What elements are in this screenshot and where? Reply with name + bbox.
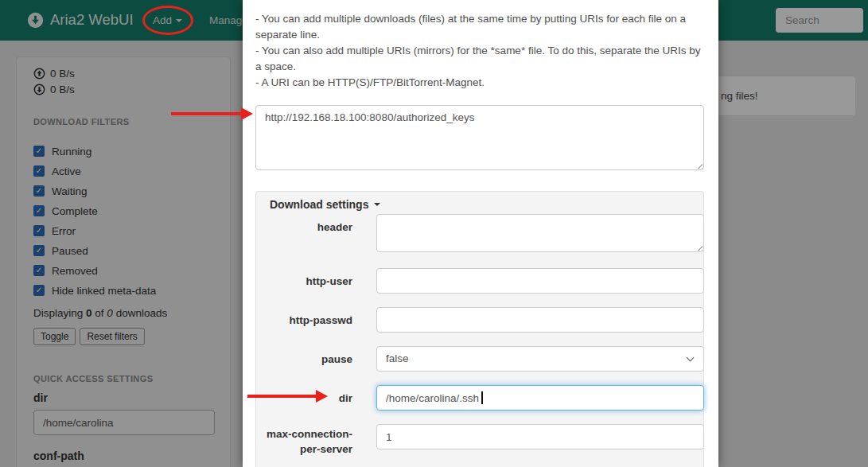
help-line: - You can also add multiple URIs (mirror… xyxy=(255,43,706,75)
annotation-arrow-dir xyxy=(247,395,316,398)
field-row-header: header xyxy=(256,214,705,252)
field-input-pause[interactable]: false xyxy=(376,346,704,372)
field-input-http-user[interactable] xyxy=(376,268,704,294)
field-label-http-passwd: http-passwd xyxy=(261,313,352,328)
field-row-http-user: http-user xyxy=(256,268,705,294)
annotation-arrowhead-uri xyxy=(241,107,253,120)
field-label-http-user: http-user xyxy=(261,274,352,289)
uri-help-text: - You can add multiple downloads (files)… xyxy=(255,11,706,91)
field-label-max-connection-per-server: max-connection-per-server xyxy=(261,426,352,457)
text-cursor xyxy=(481,391,483,404)
chevron-down-icon xyxy=(687,354,695,362)
field-input-header[interactable] xyxy=(376,214,704,252)
help-line: - A URI can be HTTP(S)/FTP/BitTorrent-Ma… xyxy=(255,75,706,91)
aria2-webui-screen: Aria2 WebUI Add Manage 0 B/s xyxy=(0,0,868,467)
selected-option: false xyxy=(386,352,409,364)
help-line: - You can add multiple downloads (files)… xyxy=(255,11,706,43)
annotation-ellipse-add xyxy=(142,6,193,35)
field-label-dir: dir xyxy=(261,391,352,406)
field-row-pause: pausefalse xyxy=(256,346,705,372)
field-row-http-passwd: http-passwd xyxy=(256,307,705,333)
download-settings-panel: Download settings headerhttp-userhttp-pa… xyxy=(255,191,704,467)
field-input-http-passwd[interactable] xyxy=(376,307,704,333)
field-label-header: header xyxy=(261,220,352,235)
chevron-down-icon xyxy=(374,203,380,206)
download-settings-toggle[interactable]: Download settings xyxy=(270,198,380,211)
field-input-max-connection-per-server[interactable] xyxy=(376,424,704,449)
field-input-dir[interactable] xyxy=(376,385,704,411)
annotation-arrowhead-dir xyxy=(316,390,328,403)
field-label-pause: pause xyxy=(261,352,352,367)
annotation-arrow-uri xyxy=(171,112,241,115)
uri-textarea[interactable]: http://192.168.18.100:8080/authorized_ke… xyxy=(255,105,704,170)
download-settings-label: Download settings xyxy=(270,198,368,211)
field-row-max-connection-per-server: max-connection-per-server xyxy=(256,424,705,449)
